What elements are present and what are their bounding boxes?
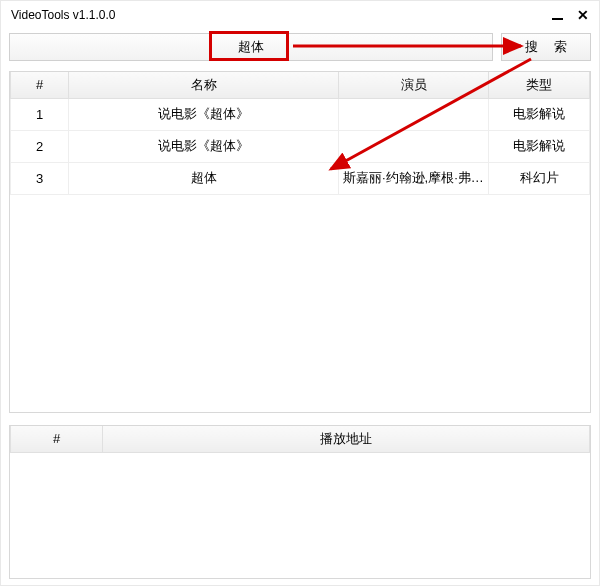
- cell-name: 说电影《超体》: [69, 130, 339, 162]
- col-playlist-url[interactable]: 播放地址: [103, 426, 590, 452]
- search-row: 搜 索: [9, 33, 591, 61]
- cell-actors: [339, 98, 489, 130]
- cell-index: 1: [11, 98, 69, 130]
- results-header-row: # 名称 演员 类型: [11, 72, 590, 98]
- table-row[interactable]: 2 说电影《超体》 电影解说: [11, 130, 590, 162]
- cell-actors: 斯嘉丽·约翰逊,摩根·弗里...: [339, 162, 489, 194]
- title-bar: VideoTools v1.1.0.0 ✕: [1, 1, 599, 29]
- window-controls: ✕: [552, 7, 589, 23]
- col-name[interactable]: 名称: [69, 72, 339, 98]
- cell-type: 科幻片: [489, 162, 590, 194]
- cell-index: 2: [11, 130, 69, 162]
- minimize-icon[interactable]: [552, 7, 563, 23]
- cell-actors: [339, 130, 489, 162]
- table-row[interactable]: 1 说电影《超体》 电影解说: [11, 98, 590, 130]
- playlist-header-row: # 播放地址: [11, 426, 590, 452]
- col-index[interactable]: #: [11, 72, 69, 98]
- cell-type: 电影解说: [489, 98, 590, 130]
- cell-name: 超体: [69, 162, 339, 194]
- playlist-panel: # 播放地址: [9, 425, 591, 579]
- search-input[interactable]: [9, 33, 493, 61]
- results-table[interactable]: # 名称 演员 类型 1 说电影《超体》 电影解说 2 说电影《超体》 电影解说…: [10, 72, 590, 195]
- results-panel: # 名称 演员 类型 1 说电影《超体》 电影解说 2 说电影《超体》 电影解说…: [9, 71, 591, 413]
- col-actors[interactable]: 演员: [339, 72, 489, 98]
- playlist-table[interactable]: # 播放地址: [10, 426, 590, 453]
- close-icon[interactable]: ✕: [577, 9, 589, 21]
- cell-index: 3: [11, 162, 69, 194]
- col-type[interactable]: 类型: [489, 72, 590, 98]
- window-title: VideoTools v1.1.0.0: [11, 8, 116, 22]
- col-playlist-index[interactable]: #: [11, 426, 103, 452]
- cell-name: 说电影《超体》: [69, 98, 339, 130]
- table-row[interactable]: 3 超体 斯嘉丽·约翰逊,摩根·弗里... 科幻片: [11, 162, 590, 194]
- search-button[interactable]: 搜 索: [501, 33, 591, 61]
- cell-type: 电影解说: [489, 130, 590, 162]
